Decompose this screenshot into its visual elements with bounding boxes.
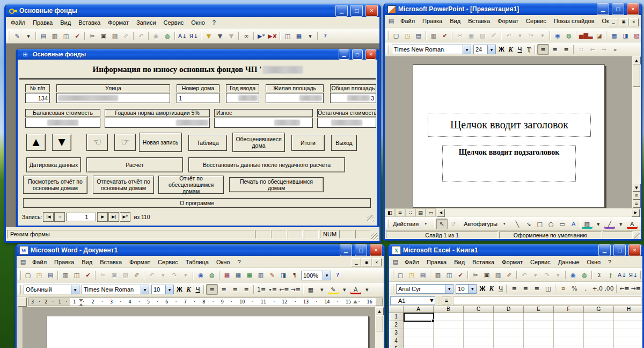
menu-item[interactable]: Формат [494,17,522,25]
align-left-icon[interactable]: ≡ [206,284,218,295]
chevron-down-icon[interactable]: ▼ [487,45,495,54]
dropdown-arrow-icon[interactable]: ▾ [305,31,316,41]
font-style-button[interactable]: Ж [497,45,506,54]
menu-item[interactable]: ? [233,258,244,266]
paste-function-icon[interactable]: ƒ [605,270,616,280]
dropdown-arrow-icon[interactable]: ▾ [317,285,327,294]
paste-icon[interactable]: ▨ [109,31,120,41]
menu-item[interactable]: Файл [401,258,423,266]
menu-item[interactable]: Сервис [154,258,182,266]
form-resize-grip[interactable] [367,215,374,222]
tab-selector[interactable] [18,298,27,307]
formula-input[interactable] [453,296,641,305]
column-header[interactable]: G [584,306,614,313]
undo-icon[interactable]: ↶ [147,271,157,280]
menu-item[interactable]: Окно [583,258,605,266]
insert-hyperlink-icon[interactable]: ◉ [568,270,579,280]
align-center-icon[interactable]: ≡ [520,284,531,294]
menu-item[interactable]: ? [209,18,219,27]
paste-icon[interactable]: ▨ [493,270,503,280]
menu-item[interactable]: Вставка [75,18,104,27]
outline-view-icon[interactable]: ≡ [395,208,405,217]
line-icon[interactable]: ╲ [512,219,523,229]
dating-button[interactable]: Датировка данных [26,157,81,172]
print-icon[interactable]: ▥ [49,31,60,41]
previous-slide-icon[interactable]: ⇈ [633,192,641,200]
apply-filter-icon[interactable]: ▼ [226,31,237,41]
document-page[interactable] [47,316,369,348]
font-style-button[interactable]: Ж [175,285,184,294]
print-preview-icon[interactable]: ◫ [71,271,82,280]
view-report-button[interactable]: Посмотреть отчёт по основным домам [23,176,87,194]
new-icon[interactable]: ▢ [23,271,33,280]
menu-item[interactable]: Формат [498,258,526,266]
format-painter-icon[interactable]: ✐ [121,31,131,41]
toolbar-grip[interactable] [386,31,389,40]
numbering-icon[interactable]: 1≡ [256,285,267,294]
menu-item[interactable]: Вид [78,258,96,266]
column-header[interactable]: E [524,306,554,313]
calculate-button[interactable]: Расчёт [86,157,183,172]
select-arrow-icon[interactable]: ↖ [436,219,448,229]
hand-left-button[interactable]: ☜ [86,134,108,151]
cut-icon[interactable]: ✂ [98,271,108,280]
print-report-button[interactable]: Отпечатать отчёт по основным домам [93,176,154,194]
menu-item[interactable]: Окно [213,258,234,266]
record-down-button[interactable]: ▼ [52,134,71,151]
menu-item[interactable]: Правка [29,18,56,27]
align-center-icon[interactable]: ≡ [550,45,560,54]
expand-slide-icon[interactable]: ◨ [620,31,631,40]
rectangle-icon[interactable]: □ [535,219,545,229]
align-left-icon[interactable]: ≡ [537,44,549,55]
field-value-wear[interactable] [214,118,313,128]
undo-icon[interactable]: ↶ [136,31,147,41]
align-justify-icon[interactable]: ≡ [241,285,252,294]
form-maximize-button[interactable]: □ [352,49,363,60]
database-window-icon[interactable]: ◫ [282,31,293,41]
dropdown-arrow-icon[interactable]: ▾ [616,219,626,229]
fill-color-icon[interactable]: ▨ [582,219,592,229]
paste-icon[interactable]: ▨ [477,31,488,40]
redo-icon[interactable]: ↷ [169,271,180,280]
increase-indent-icon[interactable]: →≡ [290,285,301,294]
chevron-down-icon[interactable]: ▼ [323,271,331,280]
cut-icon[interactable]: ✂ [470,270,481,280]
format-painter-icon[interactable]: ✐ [131,271,142,280]
print-icon[interactable]: ▥ [433,270,443,280]
menu-item[interactable]: Формат [126,258,154,266]
save-icon[interactable]: ▤ [418,270,428,280]
slide-sorter-view-icon[interactable]: ∷ [405,208,415,217]
format-painter-icon[interactable]: ✐ [504,270,515,280]
font-style-button[interactable]: К [487,284,496,293]
first-record-button[interactable]: |◀ [43,212,54,222]
field-value-npp[interactable]: 134 [25,93,50,103]
spelling-icon[interactable]: ✔ [455,270,466,280]
slide-show-view-icon[interactable]: ▭ [426,208,436,217]
form-minimize-button[interactable]: ▁ [339,49,349,60]
menu-item[interactable]: Таблица [182,258,213,266]
child-restore-icon[interactable]: ▣ [619,18,628,26]
scrollbar-thumb[interactable] [376,315,383,331]
column-header[interactable]: B [434,306,464,313]
save-icon[interactable]: ▤ [38,31,49,41]
filter-by-selection-icon[interactable]: ▼ [203,31,214,41]
last-record-button[interactable]: ▶| [108,212,119,222]
menu-item[interactable]: ? [604,258,615,266]
chevron-down-icon[interactable]: ▼ [463,45,471,54]
close-button[interactable]: ✕ [365,5,378,17]
toolbar-grip[interactable] [18,285,21,294]
print-preview-icon[interactable]: ◫ [444,270,455,280]
field-value-total-area[interactable]: 3 [330,93,376,103]
child-close-icon[interactable]: ✕ [372,258,382,266]
scroll-right-icon[interactable]: ▶ [632,209,640,217]
menu-item[interactable]: Файл [397,17,419,25]
form-close-button[interactable]: ✕ [365,49,376,60]
new-record-button[interactable]: ▶* [120,212,130,222]
dropdown-arrow-icon[interactable]: ▾ [638,219,641,229]
font-style-button[interactable]: К [184,285,193,294]
format-painter-icon[interactable]: ✐ [488,31,499,40]
open-icon[interactable]: ◳ [34,271,45,280]
menu-item[interactable]: Сервис [526,258,554,266]
dropdown-arrow-icon[interactable]: ▾ [553,270,564,280]
apply-design-icon[interactable]: ▧ [631,31,641,40]
